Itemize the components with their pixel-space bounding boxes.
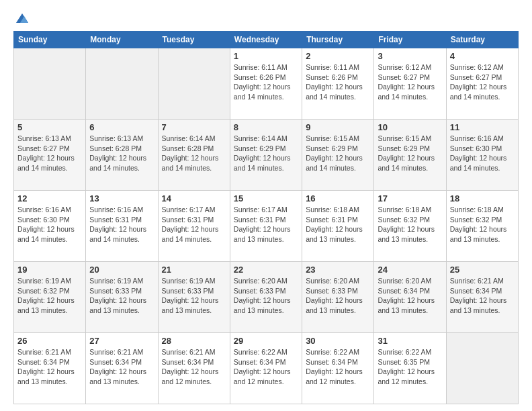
weekday-header-sunday: Sunday — [14, 32, 86, 48]
week-row-3: 12Sunrise: 6:16 AMSunset: 6:30 PMDayligh… — [14, 191, 519, 262]
day-cell: 28Sunrise: 6:21 AMSunset: 6:34 PMDayligh… — [158, 333, 230, 404]
day-info: Sunrise: 6:16 AMSunset: 6:31 PMDaylight:… — [89, 205, 154, 244]
day-info: Sunrise: 6:12 AMSunset: 6:27 PMDaylight:… — [378, 62, 442, 102]
day-cell — [158, 48, 230, 120]
day-info: Sunrise: 6:17 AMSunset: 6:31 PMDaylight:… — [234, 205, 298, 244]
day-number: 14 — [162, 193, 226, 203]
day-cell: 20Sunrise: 6:19 AMSunset: 6:33 PMDayligh… — [86, 262, 158, 333]
day-number: 25 — [450, 265, 515, 275]
day-info: Sunrise: 6:21 AMSunset: 6:34 PMDaylight:… — [162, 347, 226, 387]
day-cell: 30Sunrise: 6:22 AMSunset: 6:34 PMDayligh… — [302, 333, 374, 404]
weekday-header-thursday: Thursday — [302, 32, 374, 48]
page: SundayMondayTuesdayWednesdayThursdayFrid… — [0, 0, 532, 411]
day-cell: 16Sunrise: 6:18 AMSunset: 6:31 PMDayligh… — [302, 191, 374, 262]
logo-icon — [15, 12, 30, 24]
day-cell: 21Sunrise: 6:19 AMSunset: 6:33 PMDayligh… — [158, 262, 230, 333]
day-number: 20 — [89, 265, 154, 275]
day-number: 30 — [306, 336, 370, 346]
day-info: Sunrise: 6:19 AMSunset: 6:33 PMDaylight:… — [89, 276, 154, 316]
day-cell: 14Sunrise: 6:17 AMSunset: 6:31 PMDayligh… — [158, 191, 230, 262]
day-cell: 7Sunrise: 6:14 AMSunset: 6:28 PMDaylight… — [158, 120, 230, 191]
day-info: Sunrise: 6:20 AMSunset: 6:33 PMDaylight:… — [234, 276, 298, 316]
day-info: Sunrise: 6:16 AMSunset: 6:30 PMDaylight:… — [450, 134, 515, 173]
day-info: Sunrise: 6:12 AMSunset: 6:27 PMDaylight:… — [450, 62, 515, 102]
day-number: 19 — [17, 265, 82, 275]
day-number: 26 — [17, 336, 82, 346]
day-cell: 24Sunrise: 6:20 AMSunset: 6:34 PMDayligh… — [374, 262, 446, 333]
day-number: 10 — [378, 122, 442, 132]
day-info: Sunrise: 6:15 AMSunset: 6:29 PMDaylight:… — [378, 134, 442, 173]
day-cell: 31Sunrise: 6:22 AMSunset: 6:35 PMDayligh… — [374, 333, 446, 404]
day-number: 5 — [17, 122, 82, 132]
day-number: 28 — [162, 336, 226, 346]
day-number: 18 — [450, 193, 515, 203]
day-info: Sunrise: 6:19 AMSunset: 6:32 PMDaylight:… — [17, 276, 82, 316]
day-cell: 18Sunrise: 6:18 AMSunset: 6:32 PMDayligh… — [446, 191, 518, 262]
header — [13, 11, 519, 24]
day-cell: 6Sunrise: 6:13 AMSunset: 6:28 PMDaylight… — [86, 120, 158, 191]
day-cell — [446, 333, 518, 404]
weekday-header-friday: Friday — [374, 32, 446, 48]
day-cell — [14, 48, 86, 120]
week-row-1: 1Sunrise: 6:11 AMSunset: 6:26 PMDaylight… — [14, 48, 519, 120]
day-info: Sunrise: 6:21 AMSunset: 6:34 PMDaylight:… — [450, 276, 515, 316]
day-info: Sunrise: 6:14 AMSunset: 6:29 PMDaylight:… — [234, 134, 298, 173]
day-cell: 3Sunrise: 6:12 AMSunset: 6:27 PMDaylight… — [374, 48, 446, 120]
day-info: Sunrise: 6:22 AMSunset: 6:34 PMDaylight:… — [306, 347, 370, 387]
day-info: Sunrise: 6:19 AMSunset: 6:33 PMDaylight:… — [162, 276, 226, 316]
week-row-5: 26Sunrise: 6:21 AMSunset: 6:34 PMDayligh… — [14, 333, 519, 404]
day-cell: 29Sunrise: 6:22 AMSunset: 6:34 PMDayligh… — [230, 333, 302, 404]
day-cell: 9Sunrise: 6:15 AMSunset: 6:29 PMDaylight… — [302, 120, 374, 191]
day-info: Sunrise: 6:22 AMSunset: 6:34 PMDaylight:… — [234, 347, 298, 387]
day-number: 2 — [306, 51, 370, 61]
day-info: Sunrise: 6:20 AMSunset: 6:34 PMDaylight:… — [378, 276, 442, 316]
day-cell: 5Sunrise: 6:13 AMSunset: 6:27 PMDaylight… — [14, 120, 86, 191]
day-number: 8 — [234, 122, 298, 132]
weekday-header-row: SundayMondayTuesdayWednesdayThursdayFrid… — [14, 32, 519, 48]
day-info: Sunrise: 6:22 AMSunset: 6:35 PMDaylight:… — [378, 347, 442, 387]
day-cell: 23Sunrise: 6:20 AMSunset: 6:33 PMDayligh… — [302, 262, 374, 333]
day-number: 22 — [234, 265, 298, 275]
day-info: Sunrise: 6:11 AMSunset: 6:26 PMDaylight:… — [234, 62, 298, 102]
day-cell: 4Sunrise: 6:12 AMSunset: 6:27 PMDaylight… — [446, 48, 518, 120]
day-number: 6 — [89, 122, 154, 132]
day-number: 23 — [306, 265, 370, 275]
weekday-header-tuesday: Tuesday — [158, 32, 230, 48]
day-cell: 17Sunrise: 6:18 AMSunset: 6:32 PMDayligh… — [374, 191, 446, 262]
weekday-header-monday: Monday — [86, 32, 158, 48]
day-cell: 10Sunrise: 6:15 AMSunset: 6:29 PMDayligh… — [374, 120, 446, 191]
day-number: 21 — [162, 265, 226, 275]
weekday-header-wednesday: Wednesday — [230, 32, 302, 48]
logo — [13, 11, 30, 24]
day-cell: 12Sunrise: 6:16 AMSunset: 6:30 PMDayligh… — [14, 191, 86, 262]
day-number: 15 — [234, 193, 298, 203]
day-cell: 11Sunrise: 6:16 AMSunset: 6:30 PMDayligh… — [446, 120, 518, 191]
day-number: 31 — [378, 336, 442, 346]
day-number: 16 — [306, 193, 370, 203]
day-info: Sunrise: 6:21 AMSunset: 6:34 PMDaylight:… — [17, 347, 82, 387]
day-info: Sunrise: 6:11 AMSunset: 6:26 PMDaylight:… — [306, 62, 370, 102]
day-cell: 1Sunrise: 6:11 AMSunset: 6:26 PMDaylight… — [230, 48, 302, 120]
day-number: 12 — [17, 193, 82, 203]
day-info: Sunrise: 6:13 AMSunset: 6:27 PMDaylight:… — [17, 134, 82, 173]
day-number: 24 — [378, 265, 442, 275]
day-info: Sunrise: 6:18 AMSunset: 6:32 PMDaylight:… — [450, 205, 515, 244]
day-cell: 26Sunrise: 6:21 AMSunset: 6:34 PMDayligh… — [14, 333, 86, 404]
day-info: Sunrise: 6:21 AMSunset: 6:34 PMDaylight:… — [89, 347, 154, 387]
day-cell: 27Sunrise: 6:21 AMSunset: 6:34 PMDayligh… — [86, 333, 158, 404]
day-number: 3 — [378, 51, 442, 61]
day-cell: 19Sunrise: 6:19 AMSunset: 6:32 PMDayligh… — [14, 262, 86, 333]
day-cell: 2Sunrise: 6:11 AMSunset: 6:26 PMDaylight… — [302, 48, 374, 120]
day-number: 4 — [450, 51, 515, 61]
day-cell: 8Sunrise: 6:14 AMSunset: 6:29 PMDaylight… — [230, 120, 302, 191]
day-cell: 22Sunrise: 6:20 AMSunset: 6:33 PMDayligh… — [230, 262, 302, 333]
day-number: 13 — [89, 193, 154, 203]
day-cell: 13Sunrise: 6:16 AMSunset: 6:31 PMDayligh… — [86, 191, 158, 262]
day-number: 1 — [234, 51, 298, 61]
day-info: Sunrise: 6:13 AMSunset: 6:28 PMDaylight:… — [89, 134, 154, 173]
day-info: Sunrise: 6:15 AMSunset: 6:29 PMDaylight:… — [306, 134, 370, 173]
day-number: 29 — [234, 336, 298, 346]
week-row-2: 5Sunrise: 6:13 AMSunset: 6:27 PMDaylight… — [14, 120, 519, 191]
day-info: Sunrise: 6:18 AMSunset: 6:31 PMDaylight:… — [306, 205, 370, 244]
day-info: Sunrise: 6:20 AMSunset: 6:33 PMDaylight:… — [306, 276, 370, 316]
